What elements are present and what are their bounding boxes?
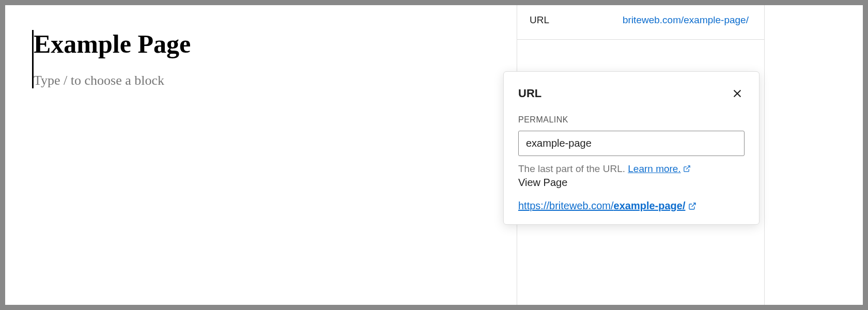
view-page-link[interactable]: https://briteweb.com/example-page/ <box>518 200 696 212</box>
help-text-content: The last part of the URL. <box>518 163 628 174</box>
permalink-input[interactable] <box>518 131 745 156</box>
close-button[interactable] <box>730 86 745 101</box>
popover-header: URL <box>518 86 745 101</box>
learn-more-link[interactable]: Learn more. <box>628 163 690 174</box>
editor-content: Example Page <box>32 30 292 88</box>
full-url-prefix: https://briteweb.com/ <box>518 200 614 211</box>
svg-line-3 <box>692 203 695 207</box>
popover-title: URL <box>518 87 541 100</box>
url-row-value[interactable]: briteweb.com/example-page/ <box>623 14 752 26</box>
permalink-label: PERMALINK <box>518 115 745 125</box>
svg-line-2 <box>686 166 690 169</box>
external-link-icon <box>683 165 691 173</box>
close-icon <box>732 88 742 99</box>
external-link-icon <box>688 202 696 210</box>
url-popover: URL PERMALINK The last part of the URL. … <box>503 71 760 225</box>
url-row-label: URL <box>530 14 623 26</box>
page-title[interactable]: Example Page <box>34 30 292 58</box>
permalink-help-text: The last part of the URL. Learn more. <box>518 163 745 175</box>
block-placeholder-input[interactable] <box>34 73 292 88</box>
full-url-slug: example-page/ <box>614 200 686 211</box>
url-setting-row[interactable]: URL briteweb.com/example-page/ <box>517 5 764 40</box>
view-page-label: View Page <box>518 177 745 189</box>
